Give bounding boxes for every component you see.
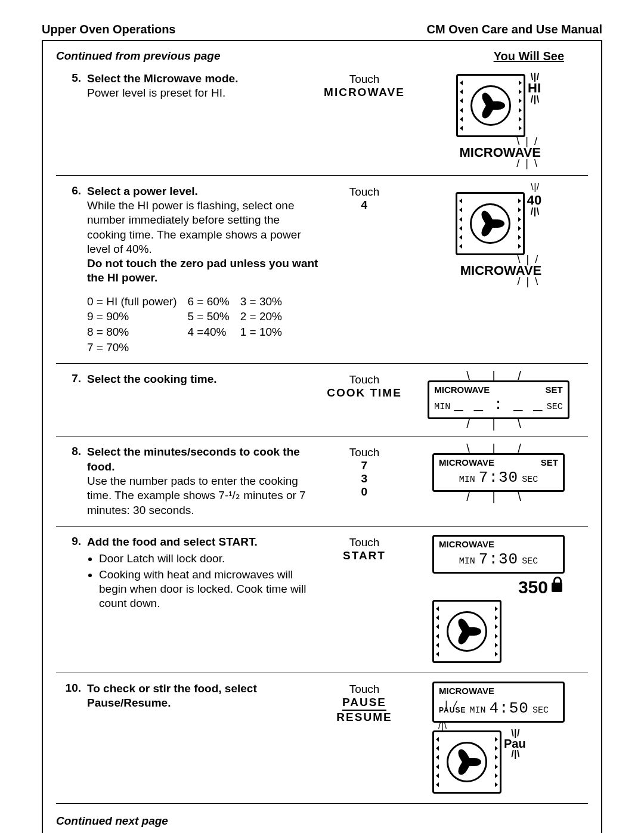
burst-icon: \ | / <box>531 74 538 80</box>
step-title: Select the Microwave mode. <box>87 72 238 85</box>
touch-button-3: 3 <box>320 472 409 485</box>
step-note: Do not touch the zero pad unless you wan… <box>87 257 318 284</box>
burst-icon: / | \ <box>531 97 538 103</box>
step-desc: Use the number pads to enter the cooking… <box>87 475 306 516</box>
touch-label: Touch <box>320 536 409 549</box>
lcd-time: _ _ : _ _ <box>454 396 543 414</box>
lcd-set: SET <box>541 457 558 467</box>
fan-icon <box>470 85 511 126</box>
display-panel: \ | / 40 / | \ <box>456 184 541 285</box>
continued-next: Continued next page <box>56 815 588 828</box>
step-title: Add the food and select START. <box>87 535 258 548</box>
display-value: HI <box>528 80 541 96</box>
lcd-mode: MICROWAVE <box>439 457 494 467</box>
step-title: To check or stir the food, select Pause/… <box>87 682 257 709</box>
lcd-display: MICROWAVE | / PAUSE MIN 4:50 SEC <box>432 682 565 723</box>
you-will-see-heading: You Will See <box>494 49 564 63</box>
lock-icon <box>552 583 562 592</box>
touch-button-7: 7 <box>320 459 409 472</box>
fan-icon <box>470 203 510 244</box>
burst-icon: \ | / <box>511 730 518 736</box>
lcd-mode: MICROWAVE <box>434 385 490 395</box>
oven-icon <box>432 600 501 663</box>
touch-button-microwave: MICROWAVE <box>320 86 409 99</box>
content-frame: Continued from previous page You Will Se… <box>42 40 602 833</box>
lcd-mode: MICROWAVE <box>439 539 494 549</box>
step-title: Select the minutes/seconds to cook the f… <box>87 445 300 472</box>
lcd-sec-label: SEC <box>522 475 538 485</box>
header-left: Upper Oven Operations <box>42 23 176 36</box>
step-7: 7. Select the cooking time. Touch COOK T… <box>56 364 588 436</box>
step-number: 8. <box>56 445 87 458</box>
lcd-min-label: MIN <box>434 402 450 412</box>
display-panel: \ | / MICROWAVE SET MIN 7:30 SEC / | \ <box>432 445 565 500</box>
touch-button-0: 0 <box>320 485 409 498</box>
step-5: 5. Select the Microwave mode. Power leve… <box>56 63 588 176</box>
display-panel: \ | / MICROWAVE SET MIN _ _ : _ _ SEC / … <box>428 372 569 428</box>
lcd-display: MICROWAVE SET MIN _ _ : _ _ SEC <box>428 380 569 419</box>
lcd-time: 7:30 <box>479 550 518 568</box>
step-number: 5. <box>56 72 87 85</box>
touch-label: Touch <box>320 185 409 199</box>
lcd-display: MICROWAVE MIN 7:30 SEC <box>432 535 565 574</box>
fan-icon <box>447 611 487 652</box>
touch-label: Touch <box>320 373 409 386</box>
fan-icon <box>447 742 487 782</box>
step-number: 10. <box>56 682 87 695</box>
burst-icon: / | \ <box>531 209 538 215</box>
step-10: 10. To check or stir the food, select Pa… <box>56 673 588 804</box>
display-panel: \ | / HI / | \ \ | / MICROWAVE / | \ <box>456 72 541 167</box>
step-desc: Power level is preset for HI. <box>87 86 225 99</box>
oven-icon <box>456 192 525 255</box>
touch-label: Touch <box>320 446 409 459</box>
step-8: 8. Select the minutes/seconds to cook th… <box>56 436 588 527</box>
step-6: 6. Select a power level. While the HI po… <box>56 176 588 364</box>
lcd-min-label: MIN <box>459 475 475 485</box>
lcd-min-label: MIN <box>469 705 485 716</box>
lcd-time: 7:30 <box>479 469 518 487</box>
manual-page: Upper Oven Operations CM Oven Care and U… <box>0 0 644 833</box>
touch-button-cooktime: COOK TIME <box>320 386 409 400</box>
touch-button-pause: PAUSE <box>342 696 386 711</box>
touch-button-4: 4 <box>320 199 409 212</box>
lcd-mode: MICROWAVE <box>439 686 494 696</box>
header-bar: Upper Oven Operations CM Oven Care and U… <box>42 23 602 36</box>
oven-icon <box>432 730 501 794</box>
touch-button-start: START <box>320 549 409 562</box>
oven-icon <box>456 74 525 137</box>
step-9: 9. Add the food and select START. Door L… <box>56 527 588 673</box>
lcd-sec-label: SEC <box>547 402 563 412</box>
touch-button-resume: RESUME <box>320 711 409 724</box>
lcd-min-label: MIN <box>459 556 475 566</box>
step-title: Select the cooking time. <box>87 373 217 385</box>
step-desc: While the HI power is flashing, select o… <box>87 199 301 255</box>
lcd-sec-label: SEC <box>522 556 538 566</box>
step-bullets: Door Latch will lock door. Cooking with … <box>87 552 320 611</box>
display-panel: MICROWAVE | / PAUSE MIN 4:50 SEC <box>432 682 565 795</box>
step-title: Select a power level. <box>87 185 198 197</box>
touch-label: Touch <box>320 683 409 696</box>
burst-icon: / | \ <box>511 751 518 757</box>
header-right: CM Oven Care and Use Manual <box>426 23 602 36</box>
lcd-time: 4:50 <box>489 699 528 717</box>
power-level-table: 0 = HI (full power) 9 = 90% 8 = 80% 7 = … <box>87 294 320 355</box>
step-number: 9. <box>56 535 87 548</box>
lcd-sec-label: SEC <box>532 705 549 716</box>
display-panel: MICROWAVE MIN 7:30 SEC 350 <box>432 535 565 664</box>
display-temp: 350 <box>518 577 548 597</box>
continued-from: Continued from previous page <box>56 49 221 63</box>
step-number: 7. <box>56 372 87 385</box>
touch-label: Touch <box>320 73 409 86</box>
step-number: 6. <box>56 184 87 197</box>
lcd-set: SET <box>546 385 563 395</box>
lcd-display: MICROWAVE SET MIN 7:30 SEC <box>432 453 565 492</box>
